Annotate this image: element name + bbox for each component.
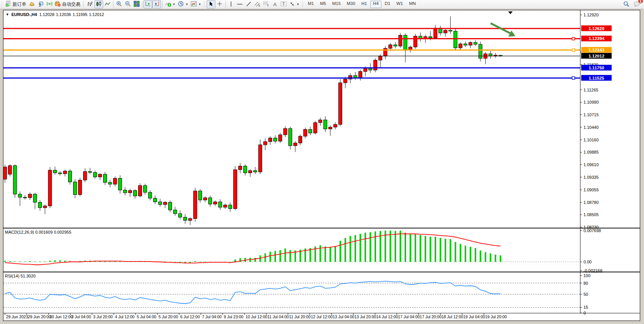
line-handle[interactable]: [572, 37, 575, 40]
candle-up[interactable]: [139, 186, 142, 196]
candle-down[interactable]: [174, 210, 177, 214]
time-tick-label[interactable]: 5 Jul 20:00: [158, 314, 178, 319]
indicators-button[interactable]: ▼: [164, 0, 177, 8]
candle-down[interactable]: [454, 31, 457, 48]
zoom-in-button[interactable]: [115, 0, 123, 8]
time-tick-label[interactable]: 19 Jul 20:00: [485, 314, 507, 319]
candle-up[interactable]: [263, 142, 267, 145]
time-tick-label[interactable]: 11 Jul 04:00: [267, 314, 289, 319]
horizontal-line-tool-button[interactable]: [236, 0, 244, 8]
candle-up[interactable]: [163, 202, 167, 205]
candle-up[interactable]: [249, 171, 252, 173]
candle-up[interactable]: [223, 205, 227, 207]
time-tick-label[interactable]: 3 Jul 20:00: [93, 314, 113, 319]
timeframe-button-M1[interactable]: M1: [305, 1, 317, 8]
line-handle[interactable]: [572, 49, 575, 51]
arrows-tool-button[interactable]: ▼: [288, 0, 301, 8]
time-tick-label[interactable]: 7 Jul 04:00: [202, 314, 222, 319]
signals-button[interactable]: [45, 0, 54, 8]
time-tick-label[interactable]: 29 Jun 2023: [6, 314, 28, 319]
vertical-line-tool-button[interactable]: [227, 0, 236, 8]
collapse-triangle-icon[interactable]: ▼: [6, 13, 9, 16]
toolbar-grip[interactable]: [82, 1, 85, 8]
candle-up[interactable]: [469, 42, 472, 45]
candle-down[interactable]: [368, 68, 372, 70]
candle-up[interactable]: [78, 180, 82, 194]
timeframe-button-M5[interactable]: M5: [317, 1, 329, 8]
fibonacci-tool-button[interactable]: F: [262, 0, 271, 8]
candle-down[interactable]: [18, 194, 22, 197]
candle-down[interactable]: [464, 44, 467, 45]
candle-down[interactable]: [404, 35, 407, 50]
time-tick-label[interactable]: 17 Jul 04:00: [398, 314, 420, 319]
timeframe-button-M15[interactable]: M15: [330, 1, 343, 8]
time-tick-label[interactable]: 5 Jul 04:00: [137, 314, 156, 319]
candle-up[interactable]: [279, 135, 282, 141]
trendline-tool-button[interactable]: [244, 0, 253, 8]
time-tick-label[interactable]: 29 Jun 20:00: [28, 314, 51, 319]
candle-up[interactable]: [379, 56, 382, 60]
candle-down[interactable]: [58, 173, 62, 173]
candle-up[interactable]: [268, 138, 272, 142]
candle-up[interactable]: [48, 170, 52, 206]
crosshair-tool-button[interactable]: [215, 0, 224, 8]
candle-up[interactable]: [83, 172, 87, 180]
candle-down[interactable]: [53, 170, 57, 173]
label-tool-button[interactable]: T: [279, 0, 288, 8]
candle-up[interactable]: [374, 60, 377, 70]
candle-down[interactable]: [429, 37, 432, 38]
candle-down[interactable]: [13, 165, 17, 194]
timeframe-button-W1[interactable]: W1: [394, 1, 406, 8]
search-icon[interactable]: [623, 1, 630, 8]
candle-down[interactable]: [253, 171, 257, 172]
candle-up[interactable]: [399, 35, 402, 46]
candle-down[interactable]: [449, 30, 452, 31]
line-chart-mode-button[interactable]: [103, 0, 112, 8]
time-tick-label[interactable]: 10 Jul 12:00: [245, 314, 267, 319]
cursor-tool-button[interactable]: [207, 0, 215, 8]
candle-up[interactable]: [233, 170, 237, 209]
candle-up[interactable]: [98, 174, 102, 177]
candle-up[interactable]: [363, 68, 367, 71]
time-tick-label[interactable]: 4 Jul 12:00: [115, 314, 135, 319]
line-handle[interactable]: [572, 77, 575, 79]
candle-up[interactable]: [333, 124, 337, 127]
candle-up[interactable]: [8, 165, 12, 174]
candle-down[interactable]: [133, 191, 137, 196]
time-tick-label[interactable]: 6 Jul 12:00: [180, 314, 200, 319]
timeframe-button-H4[interactable]: H4: [370, 1, 381, 8]
candle-up[interactable]: [328, 127, 332, 129]
candle-up[interactable]: [293, 143, 297, 146]
candle-down[interactable]: [23, 197, 27, 198]
candle-down[interactable]: [274, 138, 277, 141]
candle-up[interactable]: [193, 191, 197, 218]
toolbar-grip[interactable]: [203, 1, 206, 8]
candle-down[interactable]: [153, 198, 157, 202]
candle-up[interactable]: [409, 47, 412, 50]
new-order-button[interactable]: 新订单: [4, 0, 27, 8]
candle-down[interactable]: [324, 120, 327, 129]
time-tick-label[interactable]: 12 Jul 12:00: [311, 314, 333, 319]
candle-down[interactable]: [93, 172, 97, 177]
text-tool-button[interactable]: A: [271, 0, 279, 8]
candlestick-mode-button[interactable]: [94, 0, 103, 8]
candle-down[interactable]: [108, 182, 112, 184]
candle-down[interactable]: [168, 202, 172, 210]
candle-down[interactable]: [419, 36, 422, 38]
time-tick-label[interactable]: 14 Jul 12:00: [376, 314, 398, 319]
zoom-out-button[interactable]: [123, 0, 132, 8]
candle-up[interactable]: [204, 198, 207, 200]
candle-up[interactable]: [314, 123, 317, 133]
candle-up[interactable]: [113, 178, 117, 184]
candle-down[interactable]: [179, 213, 182, 217]
channel-tool-button[interactable]: E: [253, 0, 262, 8]
candle-down[interactable]: [198, 191, 202, 200]
market-watch-button[interactable]: [27, 0, 36, 8]
candle-up[interactable]: [389, 45, 392, 48]
candle-down[interactable]: [38, 202, 42, 208]
tile-windows-button[interactable]: [132, 0, 141, 8]
data-window-button[interactable]: [36, 0, 45, 8]
candle-up[interactable]: [319, 120, 322, 123]
candle-down[interactable]: [158, 202, 162, 204]
candle-up[interactable]: [349, 75, 352, 79]
